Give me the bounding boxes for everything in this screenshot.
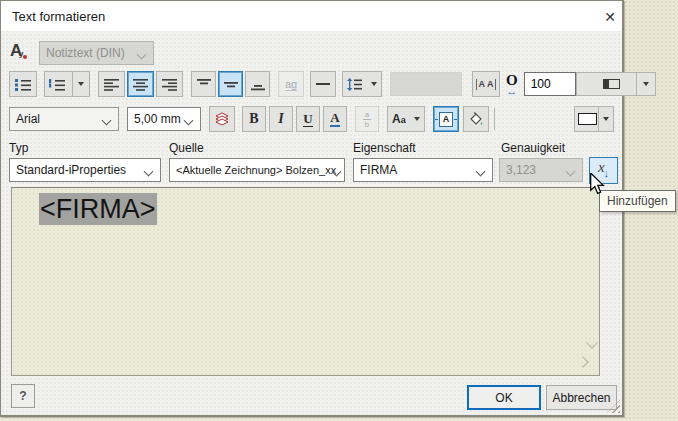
bullet-list-icon: [15, 78, 31, 91]
valign-top-icon: [197, 78, 211, 91]
dropdown-arrow-icon: [414, 117, 420, 121]
bold-button[interactable]: B: [242, 106, 266, 132]
underline-button[interactable]: U: [296, 106, 320, 132]
dropdown-arrow-icon: [643, 82, 649, 86]
spacing-value-combo: [390, 72, 462, 96]
precision-combo: 3,123: [499, 158, 583, 182]
numbered-list-dropdown[interactable]: [72, 72, 89, 96]
fraction-b: b: [365, 121, 369, 128]
ok-label: OK: [495, 391, 512, 405]
width-scale-input[interactable]: [524, 72, 576, 96]
chevron-down-icon: [144, 167, 154, 177]
font-toolbar: Arial 5,00 mm B I U A a: [9, 106, 614, 132]
bold-icon: B: [249, 111, 258, 127]
text-style-icon: A y: [10, 41, 32, 63]
horizontal-rule-button[interactable]: [310, 71, 336, 97]
baseline-button: ag: [278, 71, 304, 97]
scroll-down-icon[interactable]: [586, 337, 597, 348]
text-frame-letter: A: [439, 112, 453, 127]
align-left-icon: [104, 78, 119, 91]
color-swatch-dropdown[interactable]: [574, 106, 614, 132]
property-combo[interactable]: FIRMA: [353, 158, 493, 182]
chevron-down-icon: [476, 167, 486, 177]
cancel-label: Abbrechen: [552, 391, 610, 405]
layers-button[interactable]: [209, 106, 235, 132]
ok-button[interactable]: OK: [467, 385, 541, 410]
color-swatch-icon: [578, 113, 597, 125]
color-dropdown-arrow[interactable]: [598, 107, 613, 131]
symbol-dropdown[interactable]: [576, 72, 656, 96]
help-button[interactable]: ?: [11, 384, 35, 408]
italic-button[interactable]: I: [269, 106, 293, 132]
font-family-value: Arial: [16, 112, 40, 126]
underline-icon: U: [303, 112, 312, 127]
tooltip: Hinzufügen: [599, 190, 676, 212]
numbered-list-icon: [49, 78, 65, 91]
eigenschaft-label: Eigenschaft: [353, 141, 416, 155]
valign-top-button[interactable]: [191, 71, 216, 97]
cancel-button[interactable]: Abbrechen: [546, 385, 617, 410]
text-frame-button[interactable]: A: [433, 106, 459, 132]
precision-value: 3,123: [506, 163, 536, 177]
symbol-icon: [603, 79, 620, 89]
fraction-a: a: [365, 111, 369, 118]
valign-middle-icon: [224, 78, 238, 91]
type-combo[interactable]: Standard-iProperties: [9, 158, 161, 182]
paint-bucket-icon: [468, 112, 484, 127]
case-upper: A: [392, 112, 401, 126]
genauigkeit-label: Genauigkeit: [501, 141, 565, 155]
text-style-combo: Notiztext (DIN): [39, 41, 154, 65]
typ-label: Typ: [9, 141, 28, 155]
font-size-value: 5,00 mm: [134, 112, 181, 126]
baseline-icon: ag: [285, 78, 297, 91]
text-color-icon: A: [330, 111, 339, 127]
text-style-icon-dot: [23, 55, 27, 59]
close-icon[interactable]: ✕: [601, 8, 619, 26]
dropdown-arrow-icon: [603, 117, 609, 121]
horizontal-rule-icon: [316, 83, 330, 85]
valign-bottom-button[interactable]: [245, 71, 270, 97]
source-combo[interactable]: <Aktuelle Zeichnung> Bolzen_xx: [169, 158, 345, 182]
stacked-fraction-button: a b: [355, 106, 379, 132]
width-scale-arrows: ↔: [506, 87, 517, 95]
chevron-down-icon: [137, 50, 147, 60]
fill-color-button[interactable]: [463, 106, 489, 132]
chevron-down-icon: [184, 116, 194, 126]
fit-text-icon: A A: [476, 79, 497, 90]
align-right-icon: [162, 78, 177, 91]
dropdown-arrow-icon: [371, 82, 377, 86]
valign-bottom-icon: [251, 78, 265, 91]
toolbar-separator: [494, 108, 495, 130]
text-style-value: Notiztext (DIN): [46, 46, 125, 60]
property-value: FIRMA: [360, 163, 397, 177]
dropdown-arrow-icon: [78, 82, 84, 86]
type-value: Standard-iProperties: [16, 163, 126, 177]
selected-text[interactable]: <FIRMA>: [39, 193, 157, 225]
title-bar[interactable]: Text formatieren ✕: [1, 1, 622, 31]
align-right-button[interactable]: [156, 71, 183, 97]
line-spacing-button[interactable]: [342, 71, 382, 97]
help-icon: ?: [19, 389, 26, 403]
valign-middle-button[interactable]: [218, 71, 243, 97]
font-family-combo[interactable]: Arial: [9, 107, 119, 131]
change-case-dropdown[interactable]: Aa: [387, 106, 425, 132]
numbered-list-button[interactable]: [44, 71, 90, 97]
align-left-button[interactable]: [98, 71, 125, 97]
paragraph-toolbar: ag A A O ↔: [9, 71, 614, 97]
chevron-down-icon: [102, 116, 112, 126]
layers-icon: [214, 112, 231, 126]
font-size-combo[interactable]: 5,00 mm: [127, 107, 201, 131]
stacked-fraction-icon: a b: [363, 111, 371, 128]
scroll-right-icon[interactable]: [577, 356, 588, 367]
text-color-button[interactable]: A: [323, 106, 347, 132]
mouse-cursor-icon: [589, 173, 605, 195]
source-value: <Aktuelle Zeichnung> Bolzen_xx: [176, 164, 336, 176]
text-editor-area[interactable]: <FIRMA>: [11, 187, 600, 376]
align-center-button[interactable]: [127, 71, 154, 97]
text-frame-icon: A: [434, 112, 458, 127]
bullet-list-button[interactable]: [9, 71, 37, 97]
align-center-icon: [133, 78, 148, 91]
symbol-dropdown-arrow[interactable]: [636, 73, 655, 95]
fit-text-button[interactable]: A A: [472, 71, 500, 97]
line-spacing-icon: [347, 78, 362, 91]
